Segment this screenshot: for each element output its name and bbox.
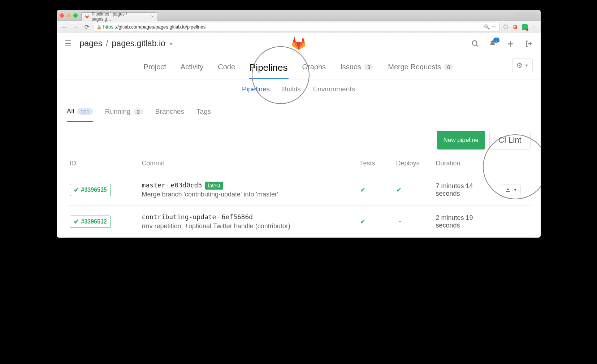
- nav-mr-label: Merge Requests: [388, 63, 441, 71]
- pipelines-table: ID Commit Tests Deploys Duration ✔#33965…: [67, 156, 531, 238]
- filter-branches[interactable]: Branches: [155, 108, 184, 121]
- th-id: ID: [67, 156, 139, 174]
- pipeline-actions: New pipeline CI Lint: [57, 122, 541, 156]
- reload-button[interactable]: ⟳: [83, 23, 90, 30]
- zoom-icon[interactable]: 🔍: [484, 24, 490, 30]
- duration-cell: 2 minutes 19 seconds: [433, 206, 498, 238]
- signout-icon[interactable]: [525, 40, 533, 48]
- latest-badge: latest: [205, 182, 223, 190]
- check-icon: ✔: [360, 186, 365, 194]
- commit-message: Merge branch 'contributing-update' into …: [142, 191, 354, 198]
- branch-name[interactable]: master: [142, 181, 165, 189]
- breadcrumb-group[interactable]: pages: [80, 39, 103, 48]
- search-icon[interactable]: [471, 40, 479, 48]
- nav-activity[interactable]: Activity: [180, 61, 204, 73]
- table-row: ✔#3396515master · e03d0cd5 latestMerge b…: [67, 174, 531, 206]
- breadcrumb[interactable]: pages / pages.gitlab.io ▾: [80, 39, 172, 48]
- check-icon: ✔: [360, 218, 365, 225]
- pipeline-id: #3396515: [81, 187, 107, 193]
- profile-blur: [514, 13, 536, 18]
- filter-tags[interactable]: Tags: [196, 108, 211, 121]
- gear-icon: ⚙: [516, 61, 523, 70]
- check-icon: ✔: [396, 186, 402, 194]
- th-deploys: Deploys: [393, 156, 433, 174]
- chevron-down-icon[interactable]: ▾: [170, 41, 172, 47]
- settings-dropdown[interactable]: ⚙ ▼: [512, 58, 533, 72]
- project-nav: Project Activity Code Pipelines Graphs I…: [57, 54, 541, 79]
- browser-menu-icon[interactable]: ≡: [531, 24, 537, 30]
- duration-cell: 7 minutes 14 seconds: [433, 174, 498, 206]
- ci-lint-button[interactable]: CI Lint: [489, 131, 531, 150]
- subnav-environments[interactable]: Environments: [313, 85, 355, 93]
- minimize-window-icon[interactable]: [66, 13, 71, 18]
- browser-tabbar: Pipelines · pages / pages.g… ×: [57, 10, 541, 21]
- pipeline-id: #3396512: [81, 218, 107, 225]
- tab-favicon: [85, 14, 90, 19]
- filter-running[interactable]: Running 0: [105, 108, 143, 121]
- pipeline-link[interactable]: ✔#3396515: [70, 184, 111, 196]
- bookmark-star-icon[interactable]: ☆: [491, 24, 497, 30]
- pipelines-subnav: Pipelines Builds Environments: [57, 79, 541, 99]
- pipeline-filters: All 101 Running 0 Branches Tags: [57, 99, 541, 122]
- notifications-icon[interactable]: 3: [489, 40, 497, 48]
- url-text: ://gitlab.com/pages/pages.gitlab.io/pipe…: [115, 24, 206, 30]
- window-controls: [60, 13, 78, 18]
- nav-issues-label: Issues: [340, 63, 361, 71]
- forward-button[interactable]: →: [72, 24, 80, 30]
- svg-line-1: [476, 44, 478, 46]
- commit-sha[interactable]: 6ef5686d: [221, 213, 253, 221]
- header-actions: 3 ＋: [471, 37, 533, 50]
- close-window-icon[interactable]: [60, 13, 64, 18]
- browser-window: Pipelines · pages / pages.g… × ← → ⟳ 🔒 h…: [57, 10, 541, 238]
- branch-name[interactable]: contributing-update: [142, 213, 216, 221]
- subnav-builds[interactable]: Builds: [282, 85, 301, 93]
- download-icon: [505, 187, 511, 193]
- dash: -: [396, 218, 401, 225]
- gitlab-header: ☰ pages / pages.gitlab.io ▾ 3 ＋: [57, 33, 541, 54]
- browser-tab[interactable]: Pipelines · pages / pages.g… ×: [81, 12, 157, 21]
- hamburger-menu-icon[interactable]: ☰: [65, 39, 72, 48]
- chevron-down-icon: ▼: [514, 188, 517, 192]
- filter-all-label: All: [67, 107, 74, 115]
- lock-icon: 🔒: [96, 25, 102, 30]
- commit-message: rmv repetition, +optional Twitter handle…: [142, 222, 354, 230]
- check-icon: ✔: [74, 186, 79, 194]
- chevron-down-icon: ▼: [525, 63, 529, 68]
- info-icon[interactable]: ⓘ: [503, 24, 509, 30]
- nav-graphs[interactable]: Graphs: [302, 61, 327, 73]
- notification-badge: 3: [493, 38, 499, 43]
- filter-running-count: 0: [133, 108, 143, 115]
- th-tests: Tests: [357, 156, 393, 174]
- address-bar[interactable]: 🔒 https://gitlab.com/pages/pages.gitlab.…: [94, 23, 499, 31]
- nav-pipelines[interactable]: Pipelines: [249, 61, 289, 79]
- breadcrumb-project[interactable]: pages.gitlab.io: [112, 39, 165, 48]
- filter-all-count: 101: [77, 108, 93, 115]
- tab-close-icon[interactable]: ×: [151, 14, 153, 19]
- th-duration: Duration: [433, 156, 498, 174]
- browser-toolbar: ← → ⟳ 🔒 https://gitlab.com/pages/pages.g…: [57, 21, 541, 33]
- gitlab-logo-icon[interactable]: [291, 36, 306, 51]
- back-button[interactable]: ←: [60, 24, 68, 30]
- nav-merge-requests[interactable]: Merge Requests 0: [387, 61, 454, 73]
- zoom-window-icon[interactable]: [73, 13, 78, 18]
- office-extension-icon[interactable]: ⊞: [512, 24, 518, 30]
- evernote-extension-icon[interactable]: [522, 24, 528, 30]
- commit-sha[interactable]: e03d0cd5: [171, 181, 202, 189]
- nav-issues[interactable]: Issues 3: [339, 61, 374, 73]
- filter-all[interactable]: All 101: [67, 107, 93, 122]
- pipeline-link[interactable]: ✔#3396512: [70, 216, 111, 228]
- subnav-pipelines[interactable]: Pipelines: [242, 85, 270, 93]
- check-icon: ✔: [74, 218, 79, 226]
- filter-running-label: Running: [105, 108, 131, 116]
- new-pipeline-button[interactable]: New pipeline: [437, 131, 485, 150]
- nav-code[interactable]: Code: [217, 61, 236, 73]
- download-dropdown[interactable]: ▼: [501, 185, 521, 195]
- th-commit: Commit: [139, 156, 357, 174]
- svg-point-0: [472, 40, 477, 45]
- nav-project[interactable]: Project: [143, 61, 167, 73]
- new-icon[interactable]: ＋: [506, 37, 515, 50]
- url-scheme: https: [103, 24, 113, 30]
- issues-count: 3: [364, 64, 373, 70]
- th-actions: [498, 156, 531, 174]
- extensions: ⓘ ⊞ ≡: [503, 24, 537, 30]
